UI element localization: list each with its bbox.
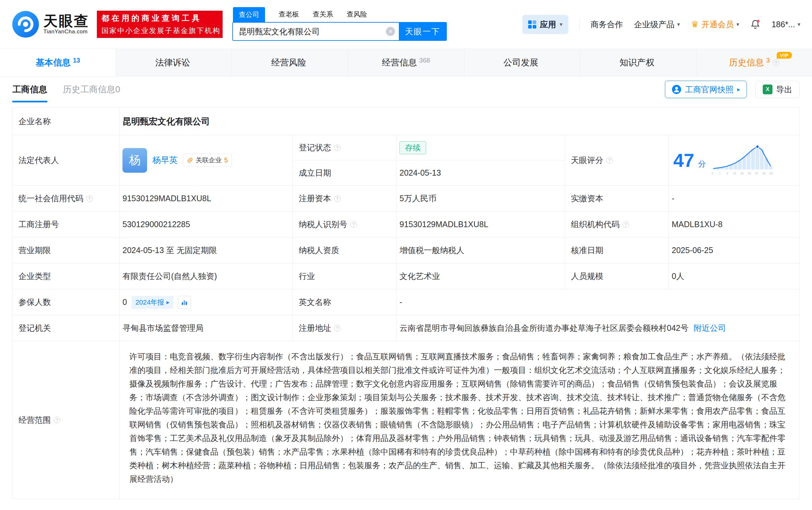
clear-icon[interactable] [386,27,395,36]
legal-rep-link[interactable]: 杨早英 [152,154,178,166]
tianyancha-logo-icon [12,10,39,38]
score-value: 47 [673,151,694,170]
snapshot-icon [672,85,682,94]
crown-icon [691,20,699,29]
svg-text:85: 85 [748,172,751,175]
reg-authority-value: 寻甸县市场监督管理局 [120,315,293,341]
subtab-business-info[interactable]: 工商信息 [12,77,47,103]
label-tyc-score: 天眼评分 [565,135,669,186]
related-count: 5 [224,157,228,164]
help-icon[interactable] [350,221,357,228]
tab-history-info[interactable]: VIP 历史信息3 [696,49,812,76]
label-business-term: 营业期限 [12,237,120,263]
label-org-code: 组织机构代码 [565,211,669,237]
search-tab-relation[interactable]: 查关系 [313,10,333,22]
apps-grid-icon [528,21,536,29]
company-name-value: 昆明甄宏文化有限公司 [120,108,800,135]
business-scope-value: 许可项目：电竞音视频、数字衍生内容制作（不含出版发行）；食品互联网销售；互联网直… [120,341,800,499]
account-menu[interactable]: 186*... [772,20,800,29]
subtab-history-business-info[interactable]: 历史工商信息0 [63,77,120,103]
help-icon[interactable] [334,325,341,332]
export-button[interactable]: X 导出 [755,81,800,98]
business-term-value: 2024-05-13 至 无固定期限 [120,237,293,263]
label-paid-capital: 实缴资本 [565,186,669,211]
tianyancha-logo[interactable]: 天眼查 TianYanCha.com [12,10,89,38]
paid-capital-value: - [669,186,800,211]
help-icon[interactable] [773,59,779,66]
related-label: 关联企业 [196,156,222,165]
excel-icon: X [763,85,773,94]
apps-label: 应用 [540,19,556,30]
brand-domain: TianYanCha.com [44,29,89,35]
help-icon[interactable] [334,195,341,202]
nav-open-vip[interactable]: 开通会员 [691,19,739,30]
arrow-right-icon [167,299,170,306]
apps-menu-button[interactable]: 应用 [522,15,568,34]
insured-trend-button[interactable] [178,296,191,309]
credit-code-value: 91530129MADLB1XU8L [120,186,293,211]
help-icon[interactable] [54,417,60,423]
notification-bell[interactable] [750,19,760,30]
search-area: 查公司 查老板 查关系 查风险 天眼一下 [232,8,447,41]
caret-down-icon [798,21,800,28]
label-english-name: 英文名称 [293,289,397,315]
promo-banner-line2: 国家中小企业发展子基金旗下机构 [102,26,218,36]
legal-rep-avatar[interactable]: 杨 [122,148,147,173]
label-reg-authority: 登记机关 [12,315,120,341]
link-icon [187,157,193,163]
tab-operation-risk[interactable]: 经营风险 [232,49,348,76]
search-button[interactable]: 天眼一下 [399,23,446,40]
label-company-type: 企业类型 [12,263,120,289]
org-code-value: MADLB1XU-8 [669,211,800,237]
svg-text:97: 97 [755,172,758,175]
search-tab-boss[interactable]: 查老板 [279,10,299,22]
search-input[interactable] [233,23,386,40]
reg-status-cell: 存续 [397,135,565,161]
svg-text:99: 99 [762,172,766,175]
svg-text:28: 28 [741,172,744,175]
industry-value: 文化艺术业 [397,263,565,289]
help-icon[interactable] [86,195,93,202]
company-type-value: 有限责任公司(自然人独资) [120,263,293,289]
caret-down-icon [559,21,562,28]
top-header: 天眼查 TianYanCha.com 都在用的商业查询工具 国家中小企业发展子基… [0,0,812,49]
nav-enterprise-products[interactable]: 企业级产品 [634,19,680,30]
tab-operation-info[interactable]: 经营信息368 [348,49,464,76]
divider [579,19,580,30]
tab-legal[interactable]: 法律诉讼 [116,49,232,76]
label-company-name: 企业名称 [12,108,120,135]
english-name-value: - [397,289,800,315]
insured-count-cell: 0 2024年报 [120,289,293,315]
nav-cooperation[interactable]: 商务合作 [591,19,623,30]
label-reg-status: 登记状态 [293,135,397,161]
svg-text:0: 0 [712,172,713,175]
label-reg-no: 工商注册号 [12,211,120,237]
tab-company-development[interactable]: 公司发展 [464,49,580,76]
search-box: 天眼一下 [232,22,447,41]
help-icon[interactable] [334,144,341,151]
official-snapshot-button[interactable]: 工商官网快照 [665,81,747,98]
related-companies-badge[interactable]: 关联企业 5 [183,153,232,167]
label-legal-rep: 法定代表人 [12,135,120,186]
tab-intellectual-property[interactable]: 知识产权 [580,49,696,76]
annual-report-tag[interactable]: 2024年报 [132,296,173,309]
label-reg-capital: 注册资本 [293,186,397,211]
caret-down-icon [736,21,740,28]
tab-basic-info[interactable]: 基本信息13 [0,49,116,76]
status-badge: 存续 [400,141,426,154]
label-credit-code: 统一社会信用代码 [12,186,120,211]
top-nav: 应用 商务合作 企业级产品 开通会员 186*... [522,15,800,34]
svg-text:3: 3 [726,172,728,175]
search-tab-risk[interactable]: 查风险 [347,10,367,22]
score-chart: 0131528859799100 [711,145,773,175]
tyc-score-cell[interactable]: 47 分 0131528859799100 [669,135,800,186]
brand-name: 天眼查 [44,13,89,29]
search-tab-company[interactable]: 查公司 [233,7,265,22]
nearby-companies-link[interactable]: 附近公司 [694,323,726,333]
vip-badge: VIP [777,52,792,59]
label-taxpayer-quality: 纳税人资质 [293,237,397,263]
reg-address-value: 云南省昆明市寻甸回族彝族自治县金所街道办事处草海子社区居委会额秧村042号 [400,323,689,333]
help-icon[interactable] [606,157,613,164]
label-business-scope: 经营范围 [12,341,120,499]
help-icon[interactable] [622,221,629,228]
